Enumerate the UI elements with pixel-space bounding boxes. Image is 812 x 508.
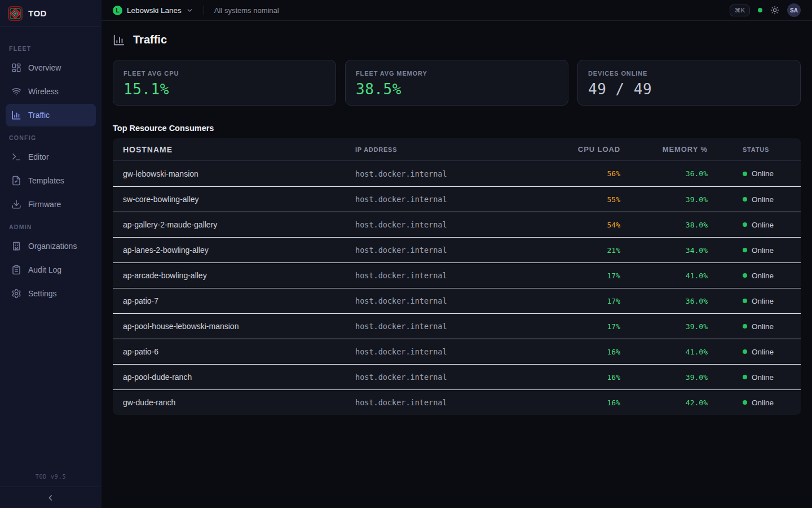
online-dot	[743, 172, 747, 176]
bar-chart-icon	[11, 110, 21, 120]
sidebar-collapse-button[interactable]	[0, 487, 102, 508]
terminal-icon	[11, 152, 21, 162]
online-dot	[743, 324, 747, 329]
ip-cell: host.docker.internal	[355, 195, 541, 204]
status-cell: Online	[708, 271, 801, 280]
page-content: Traffic FLEET AVG CPU 15.1% FLEET AVG ME…	[102, 21, 812, 415]
stat-cards: FLEET AVG CPU 15.1% FLEET AVG MEMORY 38.…	[113, 60, 801, 106]
sidebar-item-label: Templates	[28, 176, 64, 185]
hostname-cell: ap-patio-7	[113, 296, 355, 305]
online-dot	[743, 375, 747, 379]
online-dot	[743, 248, 747, 252]
gear-icon	[11, 288, 21, 299]
table-row[interactable]: ap-lanes-2-bowling-alley host.docker.int…	[113, 237, 801, 262]
memory-cell: 34.0%	[620, 246, 708, 255]
org-avatar: L	[113, 6, 122, 15]
hostname-cell: gw-dude-ranch	[113, 398, 355, 407]
page-bar-chart-icon	[113, 34, 125, 46]
status-label: Online	[752, 195, 774, 204]
online-dot	[743, 273, 747, 278]
stat-card-fleet-avg-cpu: FLEET AVG CPU 15.1%	[113, 60, 336, 106]
cpu-cell: 16%	[541, 348, 620, 356]
table-row[interactable]: gw-dude-ranch host.docker.internal 16% 4…	[113, 389, 801, 415]
hostname-cell: ap-pool-house-lebowski-mansion	[113, 322, 355, 331]
sidebar-item-firmware[interactable]: Firmware	[6, 193, 96, 216]
sidebar-nav: FLEET Overview Wireless	[0, 27, 102, 468]
stat-label: FLEET AVG MEMORY	[356, 70, 558, 77]
sidebar-item-editor[interactable]: Editor	[6, 146, 96, 168]
app-logo-row: TOD	[0, 0, 102, 27]
org-name: Lebowski Lanes	[127, 6, 182, 15]
column-header-ip: IP ADDRESS	[355, 146, 541, 153]
overview-grid-icon	[11, 63, 21, 73]
command-palette-shortcut[interactable]: ⌘K	[730, 5, 750, 16]
sidebar-item-overview[interactable]: Overview	[6, 56, 96, 79]
stat-value: 15.1%	[123, 81, 325, 98]
download-icon	[11, 199, 21, 209]
status-cell: Online	[708, 348, 801, 356]
theme-toggle-sun-icon[interactable]	[770, 6, 779, 15]
status-cell: Online	[708, 398, 801, 407]
ip-cell: host.docker.internal	[355, 373, 541, 382]
online-dot	[743, 299, 747, 303]
memory-cell: 39.0%	[620, 322, 708, 331]
user-avatar[interactable]: SA	[787, 3, 801, 17]
stat-value: 38.5%	[356, 81, 558, 98]
table-row[interactable]: sw-core-bowling-alley host.docker.intern…	[113, 186, 801, 212]
stat-card-devices-online: DEVICES ONLINE 49 / 49	[577, 60, 801, 106]
table-row[interactable]: ap-patio-7 host.docker.internal 17% 36.0…	[113, 288, 801, 313]
cpu-cell: 16%	[541, 398, 620, 407]
top-resource-consumers-table: HOSTNAME IP ADDRESS CPU LOAD MEMORY % ST…	[113, 138, 801, 415]
hostname-cell: ap-patio-6	[113, 347, 355, 356]
sidebar-item-label: Organizations	[28, 242, 77, 251]
sidebar-item-settings[interactable]: Settings	[6, 282, 96, 305]
ip-cell: host.docker.internal	[355, 169, 541, 178]
sidebar-item-label: Editor	[28, 152, 49, 161]
status-label: Online	[752, 348, 774, 356]
cpu-cell: 54%	[541, 221, 620, 229]
table-row[interactable]: ap-arcade-bowling-alley host.docker.inte…	[113, 262, 801, 288]
memory-cell: 39.0%	[620, 195, 708, 204]
ip-cell: host.docker.internal	[355, 347, 541, 356]
ip-cell: host.docker.internal	[355, 220, 541, 229]
hostname-cell: ap-lanes-2-bowling-alley	[113, 246, 355, 255]
column-header-status: STATUS	[708, 146, 801, 153]
column-header-memory: MEMORY %	[620, 145, 708, 154]
table-row[interactable]: ap-pool-dude-ranch host.docker.internal …	[113, 364, 801, 389]
sidebar-item-label: Wireless	[28, 87, 59, 96]
column-header-hostname: HOSTNAME	[113, 145, 355, 154]
table-row[interactable]: gw-lebowski-mansion host.docker.internal…	[113, 161, 801, 186]
status-label: Online	[752, 398, 774, 407]
sidebar-item-templates[interactable]: Templates	[6, 169, 96, 192]
memory-cell: 36.0%	[620, 169, 708, 178]
online-dot	[743, 222, 747, 227]
system-status-text: All systems nominal	[214, 6, 279, 15]
table-row[interactable]: ap-pool-house-lebowski-mansion host.dock…	[113, 313, 801, 339]
sidebar-item-audit-log[interactable]: Audit Log	[6, 259, 96, 281]
org-switcher[interactable]: L Lebowski Lanes	[113, 6, 193, 15]
topbar: L Lebowski Lanes All systems nominal ⌘K …	[102, 0, 812, 21]
status-label: Online	[752, 297, 774, 305]
table-row[interactable]: ap-patio-6 host.docker.internal 16% 41.0…	[113, 339, 801, 364]
ip-cell: host.docker.internal	[355, 296, 541, 305]
wifi-icon	[11, 86, 21, 97]
building-icon	[11, 241, 21, 251]
table-row[interactable]: ap-gallery-2-maude-gallery host.docker.i…	[113, 212, 801, 237]
memory-cell: 36.0%	[620, 297, 708, 305]
hostname-cell: ap-arcade-bowling-alley	[113, 271, 355, 280]
hostname-cell: gw-lebowski-mansion	[113, 169, 355, 178]
memory-cell: 41.0%	[620, 348, 708, 356]
app-version: TOD v9.5	[0, 468, 102, 487]
sidebar-item-traffic[interactable]: Traffic	[6, 104, 96, 126]
stat-label: FLEET AVG CPU	[123, 70, 325, 77]
status-cell: Online	[708, 169, 801, 178]
cpu-cell: 16%	[541, 373, 620, 382]
memory-cell: 42.0%	[620, 398, 708, 407]
cpu-cell: 17%	[541, 271, 620, 280]
sidebar-item-wireless[interactable]: Wireless	[6, 80, 96, 103]
app-name: TOD	[28, 8, 47, 18]
sidebar-item-organizations[interactable]: Organizations	[6, 235, 96, 257]
hostname-cell: sw-core-bowling-alley	[113, 195, 355, 204]
topbar-right: ⌘K SA	[730, 3, 801, 17]
hostname-cell: ap-pool-dude-ranch	[113, 373, 355, 382]
